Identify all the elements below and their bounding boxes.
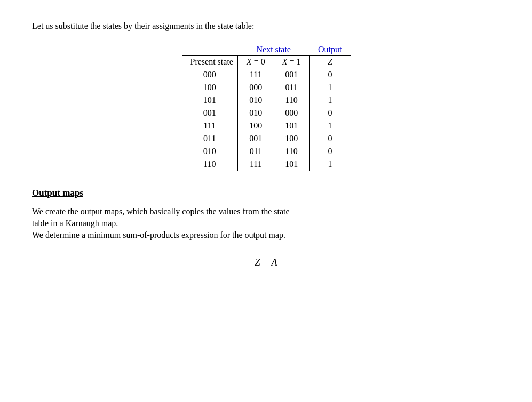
present-state-cell: 001 (182, 107, 238, 119)
x1-header: X = 1 (274, 56, 309, 68)
present-state-cell: 111 (182, 119, 238, 132)
z-cell: 1 (309, 94, 350, 107)
present-state-cell: 000 (182, 68, 238, 82)
z-header: Z (309, 56, 350, 68)
x0-cell: 010 (237, 94, 273, 107)
present-state-cell: 011 (182, 132, 238, 145)
x0-cell: 111 (237, 68, 273, 82)
x1-cell: 110 (274, 94, 309, 107)
x0-cell: 001 (237, 132, 273, 145)
z-cell: 1 (309, 81, 350, 94)
z-cell: 1 (309, 119, 350, 132)
next-state-header: Next state (237, 44, 309, 56)
table-row: 0100111100 (182, 145, 351, 158)
formula: Z = A (255, 257, 277, 268)
z-cell: 0 (309, 68, 350, 82)
present-state-header: Present state (182, 56, 238, 68)
table-row: 0001110010 (182, 68, 351, 82)
z-cell: 0 (309, 107, 350, 119)
formula-container: Z = A (32, 257, 500, 268)
z-cell: 0 (309, 132, 350, 145)
table-row: 0110011000 (182, 132, 351, 145)
table-row: 0010100000 (182, 107, 351, 119)
table-row: 1101111011 (182, 158, 351, 171)
x1-cell: 110 (274, 145, 309, 158)
present-state-cell: 010 (182, 145, 238, 158)
x1-cell: 101 (274, 119, 309, 132)
table-body: 0001110010100000011110101011010010100000… (182, 68, 351, 171)
x0-header: X = 0 (237, 56, 273, 68)
output-maps-section: Output maps We create the output maps, w… (32, 188, 500, 240)
x0-cell: 000 (237, 81, 273, 94)
x1-cell: 101 (274, 158, 309, 171)
z-cell: 1 (309, 158, 350, 171)
x0-cell: 010 (237, 107, 273, 119)
x1-cell: 000 (274, 107, 309, 119)
present-state-cell: 101 (182, 94, 238, 107)
x1-cell: 001 (274, 68, 309, 82)
x0-cell: 111 (237, 158, 273, 171)
output-maps-title: Output maps (32, 188, 500, 198)
table-row: 1010101101 (182, 94, 351, 107)
present-state-cell: 110 (182, 158, 238, 171)
output-maps-text1: We create the output maps, which basical… (32, 207, 500, 216)
intro-text: Let us substitute the states by their as… (32, 21, 500, 31)
table-row: 1111001011 (182, 119, 351, 132)
x0-cell: 100 (237, 119, 273, 132)
output-maps-text2: table in a Karnaugh map. (32, 219, 500, 228)
output-header: Output (309, 44, 350, 56)
state-table: Next state Output Present state X = 0 X … (182, 44, 351, 171)
present-state-cell: 100 (182, 81, 238, 94)
empty-header (182, 44, 238, 56)
table-row: 1000000111 (182, 81, 351, 94)
x1-cell: 100 (274, 132, 309, 145)
x1-cell: 011 (274, 81, 309, 94)
x0-cell: 011 (237, 145, 273, 158)
table-container: Next state Output Present state X = 0 X … (32, 44, 500, 171)
output-maps-text3: We determine a minimum sum-of-products e… (32, 230, 500, 240)
z-cell: 0 (309, 145, 350, 158)
